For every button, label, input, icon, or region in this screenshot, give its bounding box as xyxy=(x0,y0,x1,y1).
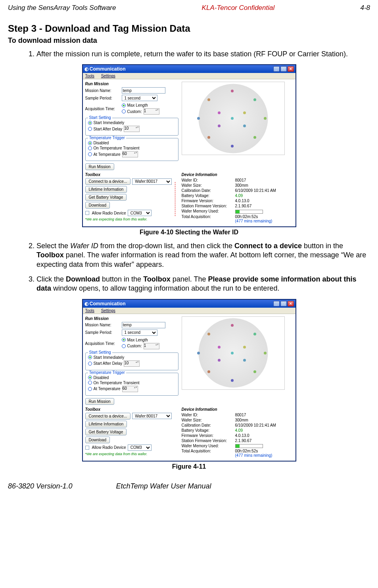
lifetime-button-2[interactable]: Lifetime Information xyxy=(85,421,127,427)
battery-label: Battery Voltage: xyxy=(182,193,235,198)
wafer-id-label: Wafer ID: xyxy=(182,178,235,182)
temp-at-label: At Temperature xyxy=(94,152,121,157)
menu-settings-2[interactable]: Settings xyxy=(101,308,115,313)
wafer-select-2[interactable]: Wafer:80017 xyxy=(132,413,172,419)
maximize-button-2[interactable]: □ xyxy=(280,301,287,306)
toolbox-header-2: Toolbox xyxy=(85,407,178,412)
page-header: Using the SensArray Tools Software KLA-T… xyxy=(8,4,370,12)
com-select[interactable]: COM3 xyxy=(128,210,152,216)
allow-radio-label-2: Allow Radio Device xyxy=(92,445,126,450)
mem-label-2: Wafer Memory Used: xyxy=(182,444,235,448)
page-footer: 86-3820 Version-1.0 EtchTemp Wafer User … xyxy=(8,482,370,490)
mem-progress xyxy=(235,210,263,214)
connect-button[interactable]: Connect to a device... xyxy=(85,178,131,185)
menu-tools-2[interactable]: Tools xyxy=(85,308,94,313)
mission-name-label-2: Mission Name: xyxy=(85,323,120,327)
close-button[interactable]: ✕ xyxy=(288,66,294,72)
allow-radio-checkbox[interactable] xyxy=(85,211,89,215)
custom-spinner[interactable]: 1 xyxy=(144,108,159,115)
footer-manual-title: EtchTemp Wafer User Manual xyxy=(116,482,211,490)
device-info-panel: Device Information Wafer ID:80017 Wafer … xyxy=(182,172,293,224)
radio-start-after-delay-2[interactable] xyxy=(88,362,92,366)
start-setting-legend: Start Setting xyxy=(88,115,112,120)
mem-value xyxy=(235,209,263,213)
maximize-button[interactable]: □ xyxy=(280,66,287,72)
start-setting-legend-2: Start Setting xyxy=(88,350,112,354)
sample-period-select[interactable]: 1 second xyxy=(122,95,157,101)
radio-temp-at[interactable] xyxy=(88,152,92,156)
step-title: Step 3 - Download and Tag Mission Data xyxy=(8,23,370,34)
run-mission-panel-2: Run Mission Mission Name: Sample Period:… xyxy=(85,316,178,405)
run-mission-button-2[interactable]: Run Mission xyxy=(85,398,114,405)
radio-temp-at-2[interactable] xyxy=(88,387,92,391)
allow-radio-label: Allow Radio Device xyxy=(92,211,126,215)
footer-version: 86-3820 Version-1.0 xyxy=(8,482,72,490)
allow-radio-checkbox-2[interactable] xyxy=(85,446,89,450)
device-info-header: Device Information xyxy=(182,172,293,177)
calib-date-value-2: 6/10/2009 10:21:41 AM xyxy=(235,423,276,427)
battery-button-2[interactable]: Get Battery Voltage xyxy=(85,429,127,435)
temp-trigger-legend: Temperature Trigger xyxy=(88,136,126,140)
minimize-button-2[interactable]: _ xyxy=(273,301,280,306)
toolbox-header: Toolbox xyxy=(85,172,178,177)
radio-max-length[interactable] xyxy=(122,103,126,107)
run-mission-button[interactable]: Run Mission xyxy=(85,163,114,170)
radio-custom[interactable] xyxy=(122,109,126,113)
fw-label-2: Firmware Version: xyxy=(182,433,235,438)
minimize-button[interactable]: _ xyxy=(273,66,280,72)
app-icon-2: ◐ xyxy=(84,301,88,306)
radio-start-immediately[interactable] xyxy=(88,121,92,125)
radio-custom-2[interactable] xyxy=(122,344,126,348)
wafer-select[interactable]: Wafer:80017 xyxy=(132,178,172,185)
sample-period-select-2[interactable]: 1 second xyxy=(122,329,157,336)
window-title-2: Communication xyxy=(90,301,126,306)
temp-transient-label-2: On Temperature Transient xyxy=(94,381,140,385)
lifetime-button[interactable]: Lifetime Information xyxy=(85,186,127,193)
delay-spinner-2[interactable]: 10 xyxy=(124,360,140,367)
radio-max-length-2[interactable] xyxy=(122,338,126,342)
radio-custom-label: Custom: xyxy=(127,109,142,114)
download-button-2[interactable]: Download xyxy=(85,437,110,443)
radio-max-length-label: Max Length xyxy=(127,103,148,107)
battery-label-2: Battery Voltage: xyxy=(182,428,235,433)
menu-settings[interactable]: Settings xyxy=(101,74,115,78)
radio-temp-disabled-2[interactable] xyxy=(88,375,92,379)
acq-value-2: 00h:02m:52s(477 mins remaining) xyxy=(235,449,272,458)
start-setting-fieldset-2: Start Setting Start Immediately Start Af… xyxy=(85,352,178,370)
download-button[interactable]: Download xyxy=(85,202,110,209)
close-button-2[interactable]: ✕ xyxy=(288,301,294,306)
window-body-2: Run Mission Mission Name: Sample Period:… xyxy=(83,314,295,461)
wafer-id-value: 80017 xyxy=(235,178,246,182)
radio-start-immediately-2[interactable] xyxy=(88,355,92,359)
temp-trigger-fieldset-2: Temperature Trigger Disabled On Temperat… xyxy=(85,373,178,396)
temp-at-spinner[interactable]: 60 xyxy=(122,151,138,157)
mem-value-2 xyxy=(235,444,263,448)
battery-button[interactable]: Get Battery Voltage xyxy=(85,194,127,201)
wafer-panel-2 xyxy=(182,316,293,405)
delay-spinner[interactable]: 10 xyxy=(124,126,140,132)
radio-start-after-delay[interactable] xyxy=(88,127,92,131)
menubar-2: Tools Settings xyxy=(83,308,295,314)
wafer-id-value-2: 80017 xyxy=(235,413,246,417)
run-mission-panel: Run Mission Mission Name: Sample Period:… xyxy=(85,82,178,170)
acq-value: 00h:02m:52s(477 mins remaining) xyxy=(235,215,272,223)
step-3: Click the Download button in the Toolbox… xyxy=(36,275,370,293)
com-select-2[interactable]: COM3 xyxy=(128,444,152,451)
radio-temp-disabled[interactable] xyxy=(88,141,92,145)
temp-at-spinner-2[interactable]: 60 xyxy=(122,386,138,392)
communication-window: ◐ Communication _ □ ✕ Tools Settings Run… xyxy=(82,64,296,227)
mission-name-input-2[interactable] xyxy=(122,322,165,328)
temp-transient-label: On Temperature Transient xyxy=(94,146,140,150)
radio-temp-transient-2[interactable] xyxy=(88,381,92,385)
radio-custom-label-2: Custom: xyxy=(127,344,142,348)
radio-temp-transient[interactable] xyxy=(88,146,92,150)
sfw-label-2: Station Firmware Version: xyxy=(182,439,235,443)
custom-spinner-2[interactable]: 1 xyxy=(144,343,159,349)
fw-value: 4.0.13.0 xyxy=(235,199,249,203)
temp-disabled-label-2: Disabled xyxy=(94,375,109,380)
menu-tools[interactable]: Tools xyxy=(85,74,94,78)
acq-label: Total Acquisition: xyxy=(182,215,235,223)
connect-button-2[interactable]: Connect to a device... xyxy=(85,413,131,419)
sfw-value: 2.1.90.67 xyxy=(235,204,252,208)
mission-name-input[interactable] xyxy=(122,87,165,94)
